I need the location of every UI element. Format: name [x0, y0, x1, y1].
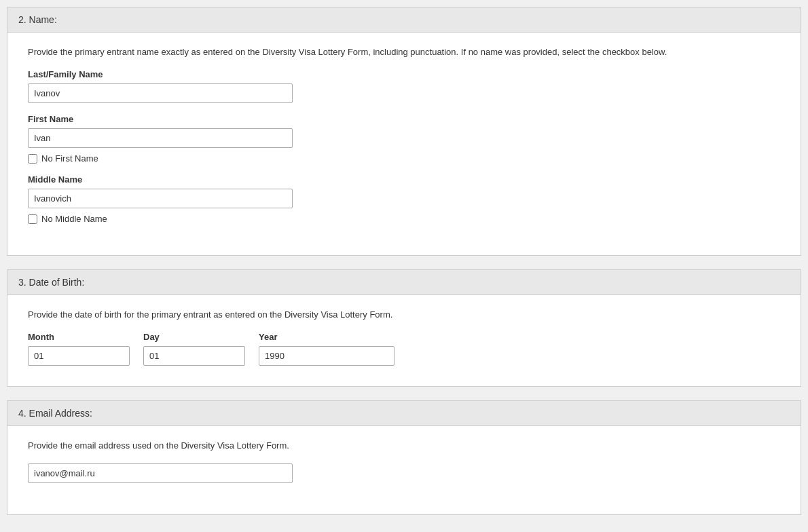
month-field: Month — [28, 332, 130, 366]
email-description: Provide the email address used on the Di… — [28, 440, 780, 452]
middle-name-label: Middle Name — [28, 174, 780, 185]
last-name-group: Last/Family Name — [28, 69, 780, 103]
last-name-input[interactable] — [28, 83, 293, 103]
first-name-label: First Name — [28, 114, 780, 124]
year-label: Year — [259, 332, 394, 342]
page-wrapper: 2. Name: Provide the primary entrant nam… — [0, 7, 808, 515]
day-input[interactable] — [143, 346, 245, 366]
dob-fields-row: Month Day Year — [28, 332, 780, 366]
no-middle-name-row: No Middle Name — [28, 214, 780, 224]
section-dob: 3. Date of Birth: Provide the date of bi… — [7, 269, 801, 387]
year-input[interactable] — [259, 346, 394, 366]
first-name-input[interactable] — [28, 128, 293, 148]
section-dob-body: Provide the date of birth for the primar… — [7, 295, 801, 386]
section-name-header: 2. Name: — [7, 7, 801, 33]
first-name-group: First Name No First Name — [28, 114, 780, 164]
day-label: Day — [143, 332, 245, 342]
no-first-name-row: No First Name — [28, 153, 780, 164]
month-input[interactable] — [28, 346, 130, 366]
name-description: Provide the primary entrant name exactly… — [28, 46, 780, 58]
last-name-label: Last/Family Name — [28, 69, 780, 79]
middle-name-group: Middle Name No Middle Name — [28, 174, 780, 224]
section-email-header: 4. Email Address: — [7, 401, 801, 426]
no-middle-name-checkbox[interactable] — [28, 214, 37, 224]
section-email: 4. Email Address: Provide the email addr… — [7, 400, 801, 514]
no-first-name-checkbox[interactable] — [28, 154, 37, 164]
no-first-name-label: No First Name — [41, 153, 98, 164]
section-email-body: Provide the email address used on the Di… — [7, 426, 801, 514]
day-field: Day — [143, 332, 245, 366]
year-field: Year — [259, 332, 394, 366]
no-middle-name-label: No Middle Name — [41, 214, 107, 224]
email-input[interactable] — [28, 463, 293, 483]
section-dob-header: 3. Date of Birth: — [7, 270, 801, 295]
section-name: 2. Name: Provide the primary entrant nam… — [7, 7, 801, 256]
month-label: Month — [28, 332, 130, 342]
section-name-body: Provide the primary entrant name exactly… — [7, 33, 801, 255]
middle-name-input[interactable] — [28, 189, 293, 208]
dob-description: Provide the date of birth for the primar… — [28, 309, 780, 321]
email-group — [28, 463, 780, 483]
